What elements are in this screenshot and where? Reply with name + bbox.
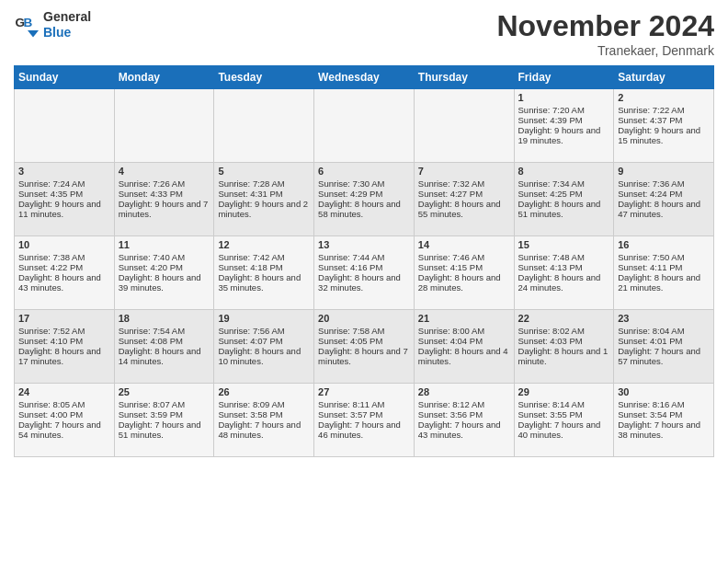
sunset: Sunset: 4:20 PM xyxy=(119,262,183,272)
svg-text:B: B xyxy=(24,15,33,29)
daylight: Daylight: 7 hours and 43 minutes. xyxy=(418,419,501,440)
col-monday: Monday xyxy=(114,66,214,89)
sunset: Sunset: 4:24 PM xyxy=(618,189,682,199)
sunrise: Sunrise: 7:32 AM xyxy=(418,178,484,189)
day-number: 18 xyxy=(119,313,210,324)
cell-0-4 xyxy=(414,89,514,163)
logo: G B General Blue xyxy=(14,9,91,40)
cell-3-1: 18 Sunrise: 7:54 AM Sunset: 4:08 PM Dayl… xyxy=(114,310,214,384)
cell-4-6: 30 Sunrise: 8:16 AM Sunset: 3:54 PM Dayl… xyxy=(614,384,714,457)
sunset: Sunset: 4:37 PM xyxy=(618,115,682,125)
daylight: Daylight: 8 hours and 1 minute. xyxy=(518,346,609,366)
daylight: Daylight: 8 hours and 28 minutes. xyxy=(418,272,501,293)
sunrise: Sunrise: 7:48 AM xyxy=(518,252,585,262)
sunset: Sunset: 3:57 PM xyxy=(318,409,382,419)
sunset: Sunset: 4:08 PM xyxy=(119,336,183,346)
sunset: Sunset: 4:16 PM xyxy=(318,262,382,272)
daylight: Daylight: 8 hours and 7 minutes. xyxy=(318,346,408,366)
page: G B General Blue November 2024 Tranekaer… xyxy=(0,0,728,466)
cell-0-5: 1 Sunrise: 7:20 AM Sunset: 4:39 PM Dayli… xyxy=(514,89,614,163)
cell-0-0 xyxy=(15,89,115,163)
sunrise: Sunrise: 8:05 AM xyxy=(18,399,85,409)
cell-3-5: 22 Sunrise: 8:02 AM Sunset: 4:03 PM Dayl… xyxy=(514,310,614,384)
cell-2-0: 10 Sunrise: 7:38 AM Sunset: 4:22 PM Dayl… xyxy=(15,236,115,310)
sunset: Sunset: 3:59 PM xyxy=(119,409,183,419)
sunset: Sunset: 3:55 PM xyxy=(518,409,583,419)
week-row-2: 3 Sunrise: 7:24 AM Sunset: 4:35 PM Dayli… xyxy=(15,163,714,236)
cell-4-3: 27 Sunrise: 8:11 AM Sunset: 3:57 PM Dayl… xyxy=(314,384,415,457)
sunrise: Sunrise: 7:44 AM xyxy=(318,252,384,262)
svg-marker-2 xyxy=(28,30,39,38)
col-thursday: Thursday xyxy=(414,66,514,89)
daylight: Daylight: 7 hours and 48 minutes. xyxy=(218,419,301,440)
cell-4-1: 25 Sunrise: 8:07 AM Sunset: 3:59 PM Dayl… xyxy=(114,384,214,457)
day-number: 25 xyxy=(119,386,210,397)
sunrise: Sunrise: 7:20 AM xyxy=(518,105,585,115)
daylight: Daylight: 8 hours and 4 minutes. xyxy=(418,346,508,366)
cell-1-4: 7 Sunrise: 7:32 AM Sunset: 4:27 PM Dayli… xyxy=(414,163,514,236)
daylight: Daylight: 7 hours and 54 minutes. xyxy=(18,419,101,440)
sunset: Sunset: 4:22 PM xyxy=(18,262,83,272)
sunset: Sunset: 3:58 PM xyxy=(218,409,282,419)
day-number: 20 xyxy=(318,313,410,324)
sunrise: Sunrise: 7:54 AM xyxy=(119,326,185,336)
title-area: November 2024 Tranekaer, Denmark xyxy=(496,9,714,58)
daylight: Daylight: 9 hours and 19 minutes. xyxy=(518,125,601,145)
cell-4-5: 29 Sunrise: 8:14 AM Sunset: 3:55 PM Dayl… xyxy=(514,384,614,457)
header: G B General Blue November 2024 Tranekaer… xyxy=(14,9,714,58)
day-number: 9 xyxy=(618,166,710,177)
sunset: Sunset: 4:18 PM xyxy=(218,262,282,272)
day-number: 19 xyxy=(218,313,310,324)
day-number: 13 xyxy=(318,239,410,250)
day-number: 7 xyxy=(418,166,510,177)
cell-0-3 xyxy=(314,89,415,163)
daylight: Daylight: 9 hours and 11 minutes. xyxy=(18,199,101,219)
sunset: Sunset: 4:25 PM xyxy=(518,189,583,199)
cell-3-2: 19 Sunrise: 7:56 AM Sunset: 4:07 PM Dayl… xyxy=(214,310,314,384)
sunrise: Sunrise: 8:04 AM xyxy=(618,326,684,336)
day-number: 22 xyxy=(518,313,610,324)
day-number: 23 xyxy=(618,313,710,324)
cell-1-1: 4 Sunrise: 7:26 AM Sunset: 4:33 PM Dayli… xyxy=(114,163,214,236)
daylight: Daylight: 8 hours and 55 minutes. xyxy=(418,199,501,219)
sunrise: Sunrise: 8:09 AM xyxy=(218,399,284,409)
sunrise: Sunrise: 8:12 AM xyxy=(418,399,484,409)
sunrise: Sunrise: 7:58 AM xyxy=(318,326,384,336)
day-number: 8 xyxy=(518,166,610,177)
sunrise: Sunrise: 7:26 AM xyxy=(119,178,185,189)
sunrise: Sunrise: 8:14 AM xyxy=(518,399,585,409)
day-number: 2 xyxy=(618,92,710,103)
day-number: 17 xyxy=(18,313,110,324)
sunrise: Sunrise: 7:46 AM xyxy=(418,252,484,262)
day-number: 21 xyxy=(418,313,510,324)
sunset: Sunset: 4:04 PM xyxy=(418,336,483,346)
day-number: 16 xyxy=(618,239,710,250)
sunset: Sunset: 4:27 PM xyxy=(418,189,483,199)
sunset: Sunset: 4:13 PM xyxy=(518,262,583,272)
col-friday: Friday xyxy=(514,66,614,89)
day-number: 10 xyxy=(18,239,110,250)
sunset: Sunset: 4:01 PM xyxy=(618,336,682,346)
daylight: Daylight: 8 hours and 14 minutes. xyxy=(119,346,201,366)
sunrise: Sunrise: 8:07 AM xyxy=(119,399,185,409)
col-sunday: Sunday xyxy=(15,66,115,89)
daylight: Daylight: 8 hours and 39 minutes. xyxy=(119,272,201,293)
month-title: November 2024 xyxy=(496,9,714,43)
cell-4-4: 28 Sunrise: 8:12 AM Sunset: 3:56 PM Dayl… xyxy=(414,384,514,457)
cell-3-3: 20 Sunrise: 7:58 AM Sunset: 4:05 PM Dayl… xyxy=(314,310,415,384)
sunset: Sunset: 4:05 PM xyxy=(318,336,382,346)
cell-1-5: 8 Sunrise: 7:34 AM Sunset: 4:25 PM Dayli… xyxy=(514,163,614,236)
daylight: Daylight: 8 hours and 43 minutes. xyxy=(18,272,101,293)
sunset: Sunset: 4:11 PM xyxy=(618,262,682,272)
daylight: Daylight: 9 hours and 15 minutes. xyxy=(618,125,700,145)
cell-3-0: 17 Sunrise: 7:52 AM Sunset: 4:10 PM Dayl… xyxy=(15,310,115,384)
day-number: 3 xyxy=(18,166,110,177)
sunset: Sunset: 3:54 PM xyxy=(618,409,682,419)
cell-2-1: 11 Sunrise: 7:40 AM Sunset: 4:20 PM Dayl… xyxy=(114,236,214,310)
sunset: Sunset: 4:00 PM xyxy=(18,409,83,419)
logo-icon: G B xyxy=(14,11,41,39)
sunset: Sunset: 4:33 PM xyxy=(119,189,183,199)
sunset: Sunset: 4:39 PM xyxy=(518,115,583,125)
sunrise: Sunrise: 7:40 AM xyxy=(119,252,185,262)
week-row-4: 17 Sunrise: 7:52 AM Sunset: 4:10 PM Dayl… xyxy=(15,310,714,384)
